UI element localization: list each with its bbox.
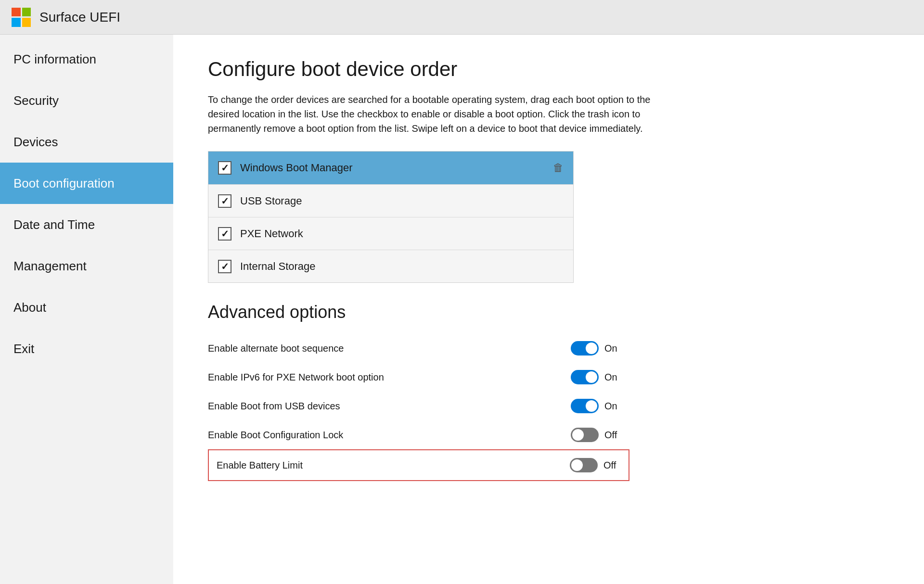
trash-icon[interactable]: 🗑 <box>553 162 564 174</box>
toggle-label-ipv6-pxe: On <box>604 372 622 383</box>
toggle-alternate-boot-sequence[interactable] <box>571 341 599 355</box>
sidebar-item-date-and-time[interactable]: Date and Time <box>0 204 173 245</box>
option-row-boot-config-lock: Enable Boot Configuration Lock Off <box>208 420 622 449</box>
sidebar-item-management[interactable]: Management <box>0 245 173 287</box>
boot-item-usb-storage[interactable]: USB Storage <box>208 184 573 217</box>
option-label-alternate-boot-sequence: Enable alternate boot sequence <box>208 343 559 354</box>
sidebar-item-security[interactable]: Security <box>0 80 173 121</box>
boot-checkbox-windows-boot-manager[interactable] <box>218 161 231 175</box>
option-row-ipv6-pxe: Enable IPv6 for PXE Network boot option … <box>208 363 622 392</box>
sidebar-item-about[interactable]: About <box>0 287 173 328</box>
option-row-alternate-boot-sequence: Enable alternate boot sequence On <box>208 334 622 363</box>
toggle-group-boot-from-usb: On <box>571 399 622 413</box>
toggle-knob <box>572 429 584 441</box>
sidebar-item-boot-configuration[interactable]: Boot configuration <box>0 163 173 204</box>
toggle-group-battery-limit: Off <box>570 458 621 472</box>
option-label-ipv6-pxe: Enable IPv6 for PXE Network boot option <box>208 372 559 383</box>
boot-item-internal-storage[interactable]: Internal Storage <box>208 250 573 282</box>
toggle-knob <box>586 400 597 412</box>
advanced-options-title: Advanced options <box>208 302 889 322</box>
boot-item-label-pxe-network: PXE Network <box>240 228 564 240</box>
logo-red <box>12 8 21 17</box>
sidebar: PC information Security Devices Boot con… <box>0 35 173 584</box>
toggle-group-ipv6-pxe: On <box>571 370 622 384</box>
toggle-knob <box>586 343 597 354</box>
sidebar-item-pc-information[interactable]: PC information <box>0 38 173 80</box>
header: Surface UEFI <box>0 0 924 35</box>
toggle-knob <box>571 459 583 471</box>
main-content: Configure boot device order To change th… <box>173 35 924 584</box>
toggle-label-boot-from-usb: On <box>604 401 622 412</box>
boot-item-label-usb-storage: USB Storage <box>240 195 564 207</box>
sidebar-item-exit[interactable]: Exit <box>0 328 173 369</box>
toggle-group-boot-config-lock: Off <box>571 428 622 442</box>
logo-blue <box>12 18 21 27</box>
logo-yellow <box>22 18 31 27</box>
toggle-knob <box>586 371 597 383</box>
toggle-boot-config-lock[interactable] <box>571 428 599 442</box>
toggle-battery-limit[interactable] <box>570 458 598 472</box>
toggle-ipv6-pxe[interactable] <box>571 370 599 384</box>
toggle-boot-from-usb[interactable] <box>571 399 599 413</box>
page-description: To change the order devices are searched… <box>208 92 670 136</box>
boot-checkbox-usb-storage[interactable] <box>218 194 231 208</box>
boot-item-pxe-network[interactable]: PXE Network <box>208 217 573 250</box>
app-title: Surface UEFI <box>39 10 120 25</box>
boot-checkbox-internal-storage[interactable] <box>218 260 231 273</box>
option-label-battery-limit: Enable Battery Limit <box>217 460 558 471</box>
boot-order-list: Windows Boot Manager 🗑 USB Storage PXE N… <box>208 151 574 283</box>
toggle-label-alternate-boot-sequence: On <box>604 343 622 354</box>
option-row-boot-from-usb: Enable Boot from USB devices On <box>208 392 622 420</box>
page-title: Configure boot device order <box>208 58 889 81</box>
toggle-label-battery-limit: Off <box>603 460 621 471</box>
boot-item-windows-boot-manager[interactable]: Windows Boot Manager 🗑 <box>208 152 573 184</box>
boot-checkbox-pxe-network[interactable] <box>218 227 231 241</box>
option-label-boot-config-lock: Enable Boot Configuration Lock <box>208 430 559 441</box>
sidebar-item-devices[interactable]: Devices <box>0 121 173 163</box>
option-label-boot-from-usb: Enable Boot from USB devices <box>208 401 559 412</box>
toggle-group-alternate-boot-sequence: On <box>571 341 622 355</box>
boot-item-label-windows-boot-manager: Windows Boot Manager <box>240 162 544 174</box>
logo-green <box>22 8 31 17</box>
option-row-battery-limit: Enable Battery Limit Off <box>208 449 629 481</box>
boot-item-label-internal-storage: Internal Storage <box>240 260 564 273</box>
ms-logo-icon <box>12 8 31 27</box>
app-layout: PC information Security Devices Boot con… <box>0 35 924 584</box>
toggle-label-boot-config-lock: Off <box>604 430 622 441</box>
